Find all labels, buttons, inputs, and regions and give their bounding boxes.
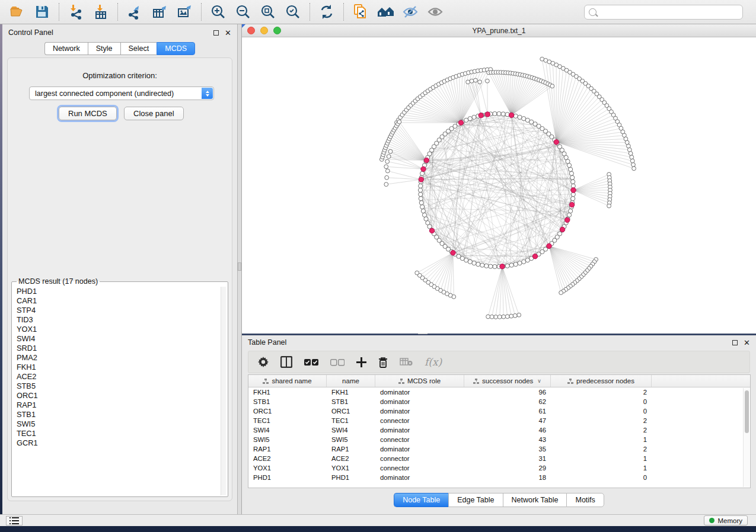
mcds-node-item[interactable]: TEC1 xyxy=(17,429,219,438)
apply-layout-icon[interactable] xyxy=(318,3,336,21)
close-panel-button[interactable]: Close panel xyxy=(124,107,184,120)
import-table-icon[interactable] xyxy=(92,3,110,21)
mcds-list-scrollbar[interactable] xyxy=(221,287,226,495)
network-window-titlebar[interactable]: YPA_prune.txt_1 xyxy=(242,24,756,37)
splitter-grip[interactable] xyxy=(238,262,241,271)
mcds-node-item[interactable]: PHD1 xyxy=(17,287,219,296)
table-cell: connector xyxy=(375,455,464,462)
column-mode-icon[interactable] xyxy=(280,356,292,368)
tab-mcds[interactable]: MCDS xyxy=(157,42,195,55)
mcds-node-item[interactable]: STB1 xyxy=(17,410,219,419)
close-panel-icon[interactable]: ✕ xyxy=(744,340,750,345)
tab-style[interactable]: Style xyxy=(88,42,120,55)
export-table-icon[interactable] xyxy=(151,3,168,21)
tab-motifs[interactable]: Motifs xyxy=(566,493,604,507)
float-panel-icon[interactable] xyxy=(732,340,738,345)
mcds-node-item[interactable]: FKH1 xyxy=(17,363,219,372)
open-session-icon[interactable] xyxy=(8,3,26,21)
column-label: predecessor nodes xyxy=(576,377,634,384)
mcds-node-item[interactable]: CAR1 xyxy=(17,296,219,306)
table-cell: YOX1 xyxy=(327,464,375,472)
table-row[interactable]: RAP1RAP1dominator352 xyxy=(248,444,743,454)
mcds-result-list[interactable]: PHD1CAR1STP4TID3YOX1SWI4SRD1PMA2FKH1ACE2… xyxy=(12,287,219,495)
zoom-in-icon[interactable] xyxy=(209,3,227,21)
show-all-icon[interactable] xyxy=(426,3,444,21)
import-network-icon[interactable] xyxy=(67,3,85,21)
mcds-node-item[interactable]: SWI5 xyxy=(17,419,219,429)
table-cell: SWI5 xyxy=(327,436,375,443)
mcds-node-item[interactable]: STP4 xyxy=(17,306,219,315)
mcds-node-item[interactable]: ACE2 xyxy=(17,372,219,382)
export-image-icon[interactable] xyxy=(176,3,193,21)
deselect-all-icon[interactable] xyxy=(330,358,344,366)
table-cell: 2 xyxy=(551,446,652,453)
table-cell: RAP1 xyxy=(327,446,375,453)
criterion-dropdown[interactable]: largest connected component (undirected) xyxy=(29,86,214,100)
mcds-node-item[interactable]: RAP1 xyxy=(17,400,219,410)
mcds-node-item[interactable]: SWI4 xyxy=(17,334,219,344)
column-header-name[interactable]: name xyxy=(327,375,375,387)
mcds-node-item[interactable]: ORC1 xyxy=(17,391,219,400)
tab-select[interactable]: Select xyxy=(120,42,157,55)
tab-network[interactable]: Network xyxy=(44,42,88,55)
search-box[interactable] xyxy=(584,5,743,20)
memory-label: Memory xyxy=(717,517,742,524)
mcds-node-item[interactable]: STB5 xyxy=(17,382,219,391)
mcds-node-item[interactable]: YOX1 xyxy=(17,325,219,334)
network-graph xyxy=(242,37,756,334)
save-session-icon[interactable] xyxy=(33,3,51,21)
table-cell: 31 xyxy=(464,455,551,462)
node-table[interactable]: shared namenameMCDS rolesuccessor nodes∨… xyxy=(248,374,751,488)
search-input[interactable] xyxy=(599,8,738,17)
column-header-successor-nodes[interactable]: successor nodes∨ xyxy=(464,375,551,387)
column-header-shared-name[interactable]: shared name xyxy=(248,375,327,387)
table-column-headers: shared namenameMCDS rolesuccessor nodes∨… xyxy=(248,375,750,387)
table-row[interactable]: FKH1FKH1dominator962 xyxy=(248,387,743,397)
table-scrollbar[interactable] xyxy=(743,388,749,487)
task-history-button[interactable] xyxy=(6,516,23,525)
table-row[interactable]: YOX1YOX1connector291 xyxy=(248,463,743,473)
float-panel-icon[interactable] xyxy=(213,30,219,36)
table-row[interactable]: SWI5SWI5connector431 xyxy=(248,435,743,444)
tab-edge-table[interactable]: Edge Table xyxy=(448,493,502,507)
table-cell: 1 xyxy=(551,464,652,472)
table-row[interactable]: TEC1TEC1connector472 xyxy=(248,416,743,425)
table-cell: dominator xyxy=(375,446,464,453)
mcds-node-item[interactable]: PMA2 xyxy=(17,353,219,363)
scrollbar-thumb[interactable] xyxy=(745,390,749,433)
table-row[interactable]: PHD1PHD1dominator180 xyxy=(248,473,743,482)
column-type-icon xyxy=(473,379,479,384)
column-header-MCDS-role[interactable]: MCDS role xyxy=(375,375,464,387)
duplicate-network-icon[interactable] xyxy=(352,3,369,21)
column-header-predecessor-nodes[interactable]: predecessor nodes xyxy=(551,375,652,387)
close-panel-icon[interactable]: ✕ xyxy=(225,30,231,36)
run-mcds-button[interactable]: Run MCDS xyxy=(59,107,117,120)
table-row[interactable]: SWI4SWI4dominator462 xyxy=(248,425,743,435)
table-row[interactable]: ORC1ORC1dominator610 xyxy=(248,406,743,416)
add-column-icon[interactable] xyxy=(356,357,366,367)
hide-selected-icon[interactable] xyxy=(401,3,419,21)
delete-column-icon[interactable] xyxy=(378,357,388,368)
zoom-selected-icon[interactable] xyxy=(284,3,302,21)
column-type-icon xyxy=(567,379,573,384)
mcds-node-item[interactable]: TID3 xyxy=(17,315,219,325)
zoom-fit-icon[interactable] xyxy=(259,3,277,21)
mcds-node-item[interactable]: SRD1 xyxy=(17,344,219,353)
column-menu-chevron-icon[interactable]: ∨ xyxy=(537,378,541,384)
table-row[interactable]: STB1STB1dominator620 xyxy=(248,397,743,406)
frame-resize-corner[interactable] xyxy=(242,24,245,28)
first-neighbors-icon[interactable] xyxy=(377,3,394,21)
settings-gear-icon[interactable] xyxy=(258,357,269,367)
tab-network-table[interactable]: Network Table xyxy=(503,493,567,507)
vertical-splitter[interactable] xyxy=(238,24,242,514)
mcds-node-item[interactable]: GCR1 xyxy=(17,438,219,448)
tab-node-table[interactable]: Node Table xyxy=(394,493,448,507)
network-canvas[interactable] xyxy=(242,37,756,334)
table-panel: Table Panel ✕ f(x) shared namenameMCDS xyxy=(242,335,756,514)
table-row[interactable]: ACE2ACE2connector311 xyxy=(248,454,743,463)
table-cell: PHD1 xyxy=(327,474,375,481)
export-network-icon[interactable] xyxy=(126,3,143,21)
zoom-out-icon[interactable] xyxy=(234,3,252,21)
select-all-icon[interactable] xyxy=(304,358,318,366)
memory-button[interactable]: Memory xyxy=(704,515,748,525)
